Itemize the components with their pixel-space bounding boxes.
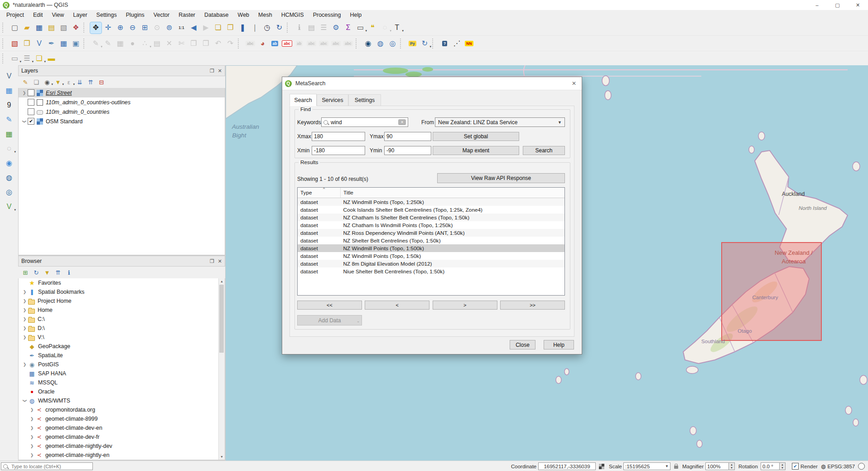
curve-digitize-tool-icon[interactable]: 9 bbox=[3, 99, 15, 111]
manage-visibility-icon[interactable]: ◉ ▾ bbox=[42, 77, 52, 87]
menu-item[interactable]: Web bbox=[233, 10, 254, 20]
help-contents-icon[interactable]: ? bbox=[439, 38, 450, 49]
browser-item[interactable]: geomet-climate-nightly-en bbox=[19, 451, 219, 460]
new-spatial-bookmark-icon[interactable]: ❚ bbox=[237, 22, 248, 34]
page-next-button[interactable]: > bbox=[433, 301, 497, 310]
close-panel-icon[interactable]: ✕ bbox=[218, 68, 222, 74]
result-row[interactable]: dataset NZ Windmill Points (Topo, 1:50k) bbox=[298, 252, 564, 260]
layer-row[interactable]: 110m_admin_0_countries-outlines bbox=[19, 97, 225, 107]
help-button[interactable]: Help bbox=[544, 340, 574, 350]
annotations-dropdown-icon[interactable]: ❏ ▾ bbox=[34, 53, 45, 64]
current-edits-icon[interactable]: ✎ ▾ bbox=[90, 38, 101, 49]
scroll-up-icon[interactable]: ▲ bbox=[219, 278, 225, 284]
magnifier-spinner[interactable]: ▲▼ bbox=[729, 462, 735, 470]
zoom-to-layer-icon[interactable]: ⊚ bbox=[164, 22, 175, 34]
properties-widget-icon[interactable]: ℹ bbox=[64, 267, 74, 277]
browser-item[interactable]: cropmonitordata.org bbox=[19, 405, 219, 414]
result-row[interactable]: dataset Cook Islands Shelter Belt Centre… bbox=[298, 206, 564, 214]
paste-features-icon[interactable]: ❒ bbox=[200, 38, 212, 49]
tab-services[interactable]: Services bbox=[317, 94, 348, 106]
metasearch-icon[interactable]: ◉ bbox=[362, 38, 374, 49]
lock-scale-icon[interactable] bbox=[674, 466, 678, 469]
open-attribute-table-icon[interactable]: ▤ bbox=[306, 22, 317, 34]
browser-item[interactable]: geomet-climate-8999 bbox=[19, 414, 219, 423]
digitize-tool-icon[interactable]: V bbox=[3, 70, 15, 82]
result-row[interactable]: dataset NZ Chatham Is Shelter Belt Centr… bbox=[298, 214, 564, 221]
xmax-input[interactable]: 180 bbox=[312, 132, 365, 141]
pan-to-selection-icon[interactable]: ✛ bbox=[102, 22, 114, 34]
add-data-button[interactable]: Add Data ⌄ bbox=[297, 315, 362, 325]
new-map-view-icon[interactable]: ❏ bbox=[212, 22, 224, 34]
new-project-icon[interactable]: ▢ bbox=[9, 22, 20, 34]
zoom-last-icon[interactable]: ◀ bbox=[188, 22, 199, 34]
scrollbar-thumb[interactable] bbox=[219, 285, 224, 353]
add-virtual-layer-icon[interactable]: ▣ bbox=[70, 38, 82, 49]
browser-expander-icon[interactable] bbox=[29, 435, 35, 439]
selection-dropdown-icon[interactable]: ▭ ▾ bbox=[9, 53, 20, 64]
change-label-icon[interactable]: abc bbox=[342, 38, 354, 49]
temporal-controller-icon[interactable]: ◷ bbox=[261, 22, 273, 34]
dialog-title-bar[interactable]: MetaSearch ✕ bbox=[282, 77, 582, 90]
save-edits-icon[interactable]: ▦ bbox=[115, 38, 126, 49]
browser-expander-icon[interactable] bbox=[21, 362, 28, 367]
menu-item[interactable]: Edit bbox=[29, 10, 48, 20]
layer-diagram-icon[interactable]: ◕ bbox=[257, 38, 268, 49]
from-select[interactable]: New Zealand: LINZ Data Service ▼ bbox=[435, 117, 565, 127]
minimize-button[interactable]: – bbox=[807, 0, 827, 10]
zoom-full-icon[interactable]: ⊞ bbox=[139, 22, 150, 34]
pin-labels-icon[interactable]: ab bbox=[269, 38, 280, 49]
menu-item[interactable]: Database bbox=[200, 10, 233, 20]
remove-layer-icon[interactable]: ⊟ bbox=[96, 77, 106, 87]
map-extent-button[interactable]: Map extent bbox=[433, 146, 519, 155]
rotate-label-icon[interactable]: abc bbox=[330, 38, 342, 49]
keywords-input[interactable]: wind ✕ bbox=[321, 117, 408, 127]
menu-item[interactable]: Mesh bbox=[254, 10, 277, 20]
browser-item[interactable]: Oracle bbox=[19, 387, 219, 396]
browser-expander-icon[interactable] bbox=[21, 299, 28, 303]
plugin-tool-icon[interactable]: ↻ ▾ bbox=[419, 38, 430, 49]
clear-keywords-icon[interactable]: ✕ bbox=[398, 119, 406, 125]
layer-row[interactable]: 110m_admin_0_countries bbox=[19, 107, 225, 117]
geocoder-icon[interactable]: ◌ ▾ bbox=[379, 22, 391, 34]
add-spatialite-layer-icon[interactable]: ✒ bbox=[46, 38, 57, 49]
copy-features-icon[interactable]: ❐ bbox=[188, 38, 199, 49]
delete-selected-icon[interactable]: ✕ bbox=[164, 38, 175, 49]
browser-item[interactable]: Project Home bbox=[19, 296, 219, 306]
messages-icon[interactable] bbox=[858, 463, 865, 470]
save-project-icon[interactable]: ▦ bbox=[34, 22, 45, 34]
undo-icon[interactable]: ↶ bbox=[212, 38, 224, 49]
browser-item[interactable]: GeoPackage bbox=[19, 342, 219, 351]
browser-item[interactable]: Spatial Bookmarks bbox=[19, 287, 219, 296]
processing-toolbox-icon[interactable]: ⚙ bbox=[330, 22, 342, 34]
menu-item[interactable]: Vector bbox=[149, 10, 174, 20]
show-bookmarks-icon[interactable]: ❘ bbox=[249, 22, 260, 34]
web-globe-tool-icon[interactable]: ◍ bbox=[3, 172, 15, 184]
browser-expander-icon[interactable] bbox=[29, 417, 35, 421]
crs-status[interactable]: EPSG:3857 bbox=[827, 464, 855, 469]
add-selected-layers-icon[interactable]: ⊞ bbox=[20, 267, 30, 277]
show-unplaced-labels-icon[interactable]: abc bbox=[306, 38, 317, 49]
browser-item[interactable]: V:\ bbox=[19, 333, 219, 342]
browser-item[interactable]: geomet-climate-nightly-dev bbox=[19, 442, 219, 451]
layer-search-tool-icon[interactable]: ◌ ▾ bbox=[3, 143, 15, 155]
browser-item[interactable]: geomet-climate-dev-en bbox=[19, 423, 219, 432]
browser-expander-icon[interactable] bbox=[21, 326, 28, 330]
close-panel-icon[interactable]: ✕ bbox=[218, 258, 222, 264]
menu-item[interactable]: Help bbox=[345, 10, 366, 20]
close-dialog-button[interactable]: Close bbox=[510, 340, 535, 350]
refresh-browser-icon[interactable]: ↻ bbox=[31, 267, 41, 277]
vector-select-tool-icon[interactable]: V ▾ bbox=[3, 201, 15, 213]
layer-row[interactable]: Esri Street bbox=[19, 88, 225, 97]
browser-item[interactable]: geomet-climate-dev-fr bbox=[19, 432, 219, 442]
menu-item[interactable]: HCMGIS bbox=[277, 10, 309, 20]
page-last-button[interactable]: >> bbox=[500, 301, 565, 310]
geo-pin-tool-icon[interactable]: ◉ bbox=[3, 157, 15, 169]
globe-overlay-tool-icon[interactable]: ◎ bbox=[3, 186, 15, 198]
ymax-input[interactable]: 90 bbox=[384, 132, 431, 141]
browser-expander-icon[interactable] bbox=[29, 444, 35, 448]
filter-browser-icon[interactable]: ▼ bbox=[42, 267, 52, 277]
scroll-down-icon[interactable]: ▼ bbox=[219, 454, 225, 460]
extents-icon[interactable] bbox=[599, 464, 604, 469]
collapse-all-icon[interactable]: ⇈ bbox=[86, 77, 96, 87]
page-prev-button[interactable]: < bbox=[365, 301, 429, 310]
